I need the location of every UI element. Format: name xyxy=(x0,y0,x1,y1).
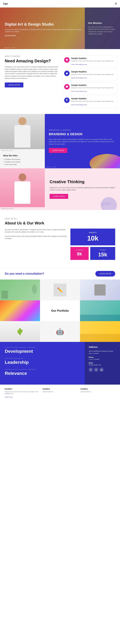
offer-item-1: ✓ Excepteur sint occaecat xyxy=(3,158,42,161)
footer-phone-value: +1 617 123 4567 xyxy=(89,358,116,360)
portfolio-item-3 xyxy=(80,280,120,300)
headline-card-2-title: Sample Headline xyxy=(71,71,114,73)
social-youtube[interactable]: ▶ xyxy=(100,368,104,372)
headline-card-1-text: Sample text. Click to select the text bo… xyxy=(71,60,114,62)
footer-section: EXCEPTEUR SINT OCCAECAT CUPIDATAT Develo… xyxy=(0,342,120,384)
branding-title: BRANDING & DESIGN xyxy=(49,132,116,136)
headline-card-3-title: Sample Headline xyxy=(71,84,114,86)
portfolio-item-1 xyxy=(0,280,40,300)
headline-icon-1 xyxy=(64,57,70,63)
creative-wave-lines xyxy=(101,202,110,205)
footer-label-2: QUIS AUTE IURE COLOR xyxy=(5,358,80,359)
social-facebook[interactable]: f xyxy=(89,368,93,372)
stats-text-block: Duis aute irure dolor in reprehenderit i… xyxy=(5,228,67,240)
consultation-button[interactable]: LEARN MORE xyxy=(95,271,115,276)
offer-item-2: ✓ Excepteur sint occaecat xyxy=(3,161,42,163)
bottom-col-2-title: Headline xyxy=(43,388,78,390)
footer-label-1: EXCEPTEUR SINT OCCAECAT CUPIDATAT xyxy=(5,347,80,348)
bottom-col-1-title: Headline xyxy=(5,388,40,390)
about-title: Need Amazing Design? xyxy=(5,58,59,64)
what-offer-title: What We Offer: xyxy=(3,154,42,157)
portfolio-section: ✏️ Our Portfolio 🌵 🤖 xyxy=(0,280,120,342)
bolt-icon xyxy=(66,99,68,102)
headline-card-1-link[interactable]: Click to start editing the text. xyxy=(71,64,87,65)
creative-image-credit: Images from Freepik xyxy=(0,207,45,210)
branding-right-col: BRANDING & DESIGN BRANDING & DESIGN Dsum… xyxy=(45,114,120,168)
footer-address-item: 1500 Amphitheatre Parkway, Mountain View… xyxy=(89,350,116,354)
stats-para1: Duis aute irure dolor in reprehenderit i… xyxy=(5,228,67,233)
stat-awards-box: AWARDS 10k xyxy=(70,228,115,245)
social-twitter[interactable]: in xyxy=(94,368,98,372)
branding-learn-more-button[interactable]: LEARN MORE xyxy=(49,148,67,153)
headline-card-4-body: Sample Headline Sample text. Click to se… xyxy=(71,98,114,106)
branding-text: Dsum nulla porttitor massa id neque aliq… xyxy=(49,138,116,145)
headline-card-3-text: Sample text. Click to select the text bo… xyxy=(71,87,114,89)
bottom-col-2: Headline Sample footer text. xyxy=(43,388,78,398)
footer-right: Address 1500 Amphitheatre Parkway, Mount… xyxy=(85,342,120,384)
footer-item-2: QUIS AUTE IURE COLOR Leadership xyxy=(5,358,80,365)
footer-item-3: EXCEPTEUR SINT OCCAECAT CUPIDATAT Releva… xyxy=(5,369,80,376)
about-right: Sample Headline Sample text. Click to se… xyxy=(62,56,117,108)
bottom-footer: Headline Sample text. Click to select th… xyxy=(0,384,120,401)
headline-card-2-link[interactable]: Click to start editing the text. xyxy=(71,77,87,79)
hero-section: Digital Art & Design Studio Duis aute ir… xyxy=(0,8,120,49)
footer-label-3: EXCEPTEUR SINT OCCAECAT CUPIDATAT xyxy=(5,369,80,370)
headline-card-4-link[interactable]: Click to start editing the text. xyxy=(71,104,87,106)
hero-mission-text: Duis aute irure dolor in reprehenderit i… xyxy=(88,26,117,35)
branding-decor-blob xyxy=(90,154,120,168)
footer-address-value: 1500 Amphitheatre Parkway, Mountain View… xyxy=(89,350,116,354)
bottom-col-3-text: Sample footer text. xyxy=(80,391,115,393)
stats-numbers-block: AWARDS 10k CLIENTS 8k CASES 15k xyxy=(70,228,115,260)
branding-left-col: Images from Freepik What We Offer: ✓ Exc… xyxy=(0,114,45,168)
about-learn-more-button[interactable]: LEARN MORE xyxy=(5,82,23,88)
hero-content: Digital Art & Design Studio Duis aute ir… xyxy=(0,8,120,49)
headline-card-4-title: Sample Headline xyxy=(71,98,114,100)
stat-clients-value: 8k xyxy=(73,252,86,256)
stat-clients-label: CLIENTS xyxy=(73,249,86,251)
star-icon xyxy=(66,72,68,75)
offer-item-3: ✓ Lorem ipsum dolor xyxy=(3,163,42,166)
footer-heading-2: Leadership xyxy=(5,360,80,365)
portfolio-item-cactus: 🌵 xyxy=(0,321,40,342)
branding-label: BRANDING & DESIGN xyxy=(49,129,116,131)
headline-card-3-link[interactable]: Click to start editing the text. xyxy=(71,91,87,92)
footer-social-links: f in ▶ xyxy=(89,368,116,372)
stats-label: WHAT WE DO xyxy=(5,218,115,220)
footer-heading-3: Relevance xyxy=(5,371,80,376)
consultation-text: Do you need a consultation? xyxy=(5,272,44,276)
stat-row: CLIENTS 8k CASES 15k xyxy=(70,247,115,260)
hero-image-credit: Image from Freepik xyxy=(4,47,15,48)
stat-awards-value: 10k xyxy=(74,234,112,242)
portfolio-item-pool xyxy=(80,300,120,321)
hero-learn-more-link[interactable]: LEARN MORE xyxy=(5,34,16,36)
heart-icon xyxy=(66,85,68,88)
creative-text: Sample text: Lorem ipsum dolor sit amet,… xyxy=(50,186,115,191)
bottom-col-1: Headline Sample text. Click to select th… xyxy=(5,388,40,398)
headline-card-3: Sample Headline Sample text. Click to se… xyxy=(62,82,117,94)
headline-icon-3 xyxy=(64,84,70,90)
headline-card-4-text: Sample text. Click to select the text bo… xyxy=(71,100,114,102)
bottom-col-1-link[interactable]: Sample footer xyxy=(5,396,13,398)
creative-right-col: Creative Thinking Sample text: Lorem ips… xyxy=(45,168,120,210)
headline-card-2-text: Sample text. Click to select the text bo… xyxy=(71,74,114,76)
footer-email-label: Email xyxy=(89,362,116,364)
hero-mission-box: Our Mission Duis aute irure dolor in rep… xyxy=(85,8,120,49)
portfolio-grid: ✏️ Our Portfolio 🌵 🤖 xyxy=(0,280,120,342)
creative-learn-more-button[interactable]: LEARN MORE xyxy=(50,194,68,199)
portfolio-title: Our Portfolio xyxy=(51,309,69,312)
bottom-col-1-text: Sample text. Click to select the text bo… xyxy=(5,391,40,395)
about-left: ABOUT COMPANY Need Amazing Design? Parag… xyxy=(5,56,59,108)
stats-content: Duis aute irure dolor in reprehenderit i… xyxy=(5,228,115,260)
headline-card-3-body: Sample Headline Sample text. Click to se… xyxy=(71,84,114,92)
portfolio-label-center: Our Portfolio xyxy=(40,300,80,321)
footer-address-title: Address xyxy=(89,346,116,348)
footer-email-item: Email info@example.com xyxy=(89,362,116,366)
portfolio-item-rainbow xyxy=(0,300,40,321)
footer-left: EXCEPTEUR SINT OCCAECAT CUPIDATAT Develo… xyxy=(0,342,85,384)
menu-icon[interactable]: ≡ xyxy=(115,2,117,6)
headline-card-2-body: Sample Headline Sample text. Click to se… xyxy=(71,71,114,79)
headline-card-1-title: Sample Headline xyxy=(71,57,114,60)
headline-card-1: Sample Headline Sample text. Click to se… xyxy=(62,56,117,67)
creative-section: Images from Freepik Creative Thinking Sa… xyxy=(0,168,120,210)
consultation-bar: Do you need a consultation? LEARN MORE xyxy=(0,268,120,280)
